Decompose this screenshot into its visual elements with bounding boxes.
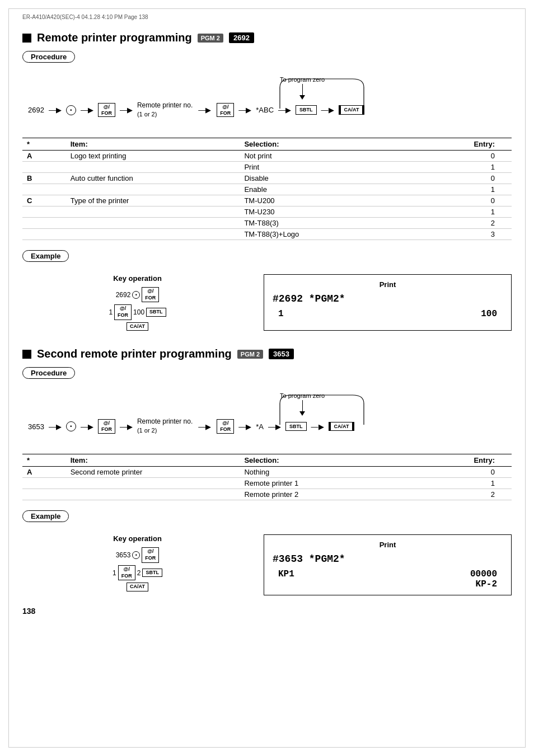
cell-letter [22,478,66,489]
cell-entry: 2 [430,489,512,500]
cell-item [66,206,240,218]
section2-key-col: Key operation 3653 • @/FOR 1 @/FOR 2 SBT… [22,534,252,595]
cell-item: Auto cutter function [66,173,240,184]
cell-entry: 0 [430,467,512,478]
th-entry: Entry: [430,138,512,151]
key-at-for-2: @/FOR [114,304,132,320]
to-program-zero-label: To program zero [280,76,325,83]
cell-entry: 1 [430,206,512,218]
cell-entry: 1 [430,162,512,173]
cell-selection: Nothing [240,467,430,478]
section1-code-badge: 2692 [229,32,254,43]
cell-selection: Disable [240,173,430,184]
th2-asterisk: * [22,454,66,467]
key2-sbtl-1: SBTL [142,569,162,577]
section2-pgm-badge: PGM 2 [237,350,263,359]
section2-print-header: Print [273,541,503,549]
table-row: TM-T88(3) 2 [22,218,512,229]
cell-item: Type of the printer [66,195,240,206]
th-asterisk: * [22,138,66,151]
cell-selection: TM-T88(3) [240,218,430,229]
section2-procedure-label: Procedure [22,367,75,379]
flow-caat-1: CA/AT [339,105,365,115]
cell-selection: Enable [240,184,430,195]
table-row: A Second remote printer Nothing 0 [22,467,512,478]
section1-example-label: Example [22,250,69,262]
key-caat-1: CA/AT [127,322,148,331]
table-row: TM-U230 1 [22,206,512,218]
key-at-for-1: @/FOR [142,287,159,302]
cell-item [66,218,240,229]
cell-item [66,162,240,173]
cell-selection: TM-U230 [240,206,430,218]
section2-print-output: #3653 *PGM2* KP1 00000 KP-2 [273,553,503,589]
section2-key-ops: 3653 • @/FOR 1 @/FOR 2 SBTL CA/AT [22,547,252,591]
key2-row-1: 3653 • @/FOR [116,547,160,562]
section2-print-left: KP1 [278,569,294,589]
section1-procedure-label: Procedure [22,51,75,63]
cell-item: Logo text printing [66,151,240,162]
key-row-3: CA/AT [127,322,148,331]
flow-dot2: • [66,421,76,431]
flow-start-num: 2692 [28,106,44,114]
section2-key-header: Key operation [22,534,252,543]
cell-entry: 2 [430,218,512,229]
section2-print-line2: KP1 00000 KP-2 [273,569,503,589]
th2-selection: Selection: [240,454,430,467]
key-row-2: 1 @/FOR 100 SBTL [109,304,166,320]
cell-letter: A [22,467,66,478]
section2-code-badge: 3653 [269,349,294,359]
table-row: Print 1 [22,162,512,173]
key-num-100: 100 [133,308,144,316]
flow-remote-label: Remote printer no. (1 or 2) [137,101,193,119]
flow-at-for-s2-2: @/FOR [217,419,234,434]
section1-print-line1: #2692 *PGM2* [273,293,503,304]
flow-at-for-1: @/FOR [98,103,115,118]
svg-marker-0 [299,95,305,100]
flow-abc-label: *ABC [256,106,274,114]
table-row: Remote printer 2 2 [22,489,512,500]
section1-print-output: #2692 *PGM2* 1 100 [273,293,503,319]
cell-selection: Print [240,162,430,173]
page-header-meta: ER-A410/A420(SEC)-4 04.1.28 4:10 PM Page… [22,11,512,20]
section1-key-header: Key operation [22,274,252,283]
key2-at-for-2: @/FOR [118,565,135,580]
cell-letter [22,218,66,229]
key-row-1: 2692 • @/FOR [116,287,160,302]
section2-table: * Item: Selection: Entry: A Second remot… [22,454,512,500]
flow-sbtl-2: SBTL [285,422,307,431]
cell-letter [22,162,66,173]
table-row: Enable 1 [22,184,512,195]
cell-entry: 0 [430,151,512,162]
key2-row-2: 1 @/FOR 2 SBTL [113,565,162,580]
cell-entry: 1 [430,478,512,489]
section1-pgm-badge: PGM 2 [198,34,223,43]
svg-marker-1 [299,411,305,416]
section1-bullet [22,34,31,43]
cell-letter: B [22,173,66,184]
section1-to-program-zero: To program zero [280,76,325,100]
section2-to-program-zero: To program zero [280,392,325,416]
cell-item [66,489,240,500]
section1-key-ops: 2692 • @/FOR 1 @/FOR 100 SBTL CA/AT [22,287,252,331]
section1-print-line2: 1 100 [273,309,503,319]
section2-flow-diagram: To program zero 3653 —▶ • —▶ @/FOR —▶ Re… [22,392,512,443]
section1-print-header: Print [273,280,503,289]
flow-caat-2: CA/AT [329,422,355,431]
key2-num-2: 2 [137,569,141,577]
key2-dot-1: • [132,551,140,559]
cell-selection: TM-T88(3)+Logo [240,229,430,240]
key2-num-3653: 3653 [116,551,131,559]
to-program-zero-label-2: To program zero [280,392,325,399]
section1-heading: Remote printer programming [37,31,192,44]
flow-sbtl-1: SBTL [296,105,317,115]
section1-table: * Item: Selection: Entry: A Logo text pr… [22,138,512,240]
table-row: A Logo text printing Not print 0 [22,151,512,162]
key-num-2692: 2692 [116,291,131,299]
section1-key-col: Key operation 2692 • @/FOR 1 @/FOR 100 S… [22,274,252,331]
flow-at-for-2: @/FOR [217,103,234,118]
section2-print-line1: #3653 *PGM2* [273,553,503,565]
section1-print-col: Print #2692 *PGM2* 1 100 [264,274,512,331]
cell-letter [22,489,66,500]
section2-flow-line: 3653 —▶ • —▶ @/FOR —▶ Remote printer no.… [28,417,354,435]
